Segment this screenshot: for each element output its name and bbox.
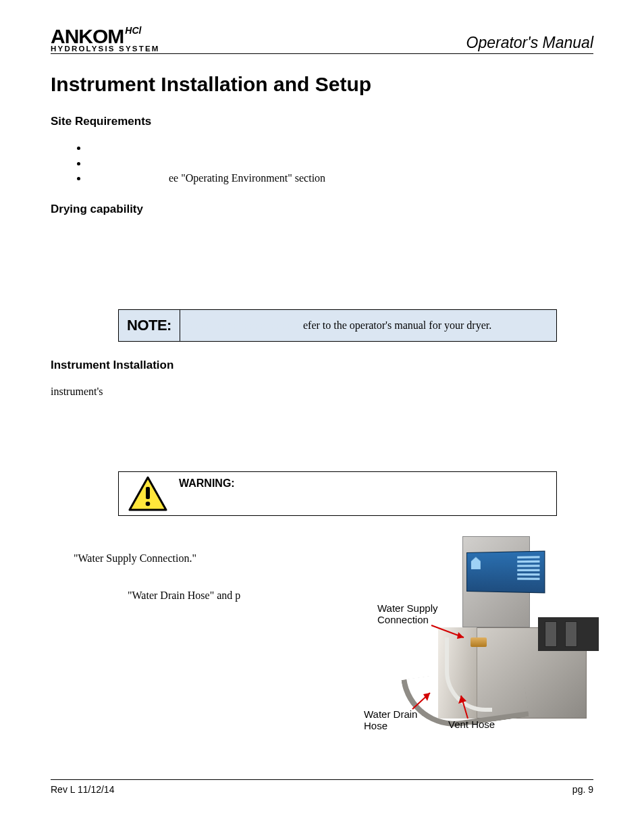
- svg-point-2: [145, 502, 150, 506]
- warning-label: WARNING:: [176, 472, 243, 515]
- footer-page-number: pg. 9: [572, 784, 593, 795]
- document-title: Operator's Manual: [466, 34, 593, 52]
- step-item: xxxx: [51, 625, 350, 654]
- arrow-supply: [431, 625, 472, 646]
- svg-rect-1: [146, 487, 150, 499]
- list-item: [88, 156, 593, 171]
- brand-logo: ANKOMHCl HYDROLYSIS SYSTEM: [51, 27, 160, 52]
- footer-revision: Rev L 11/12/14: [51, 784, 114, 795]
- page-header: ANKOMHCl HYDROLYSIS SYSTEM Operator's Ma…: [51, 27, 593, 54]
- site-requirements-list: xxxxxxxxxxxxxxxee "Operating Environment…: [51, 140, 593, 186]
- list-item: [88, 140, 593, 155]
- warning-triangle-icon: [128, 476, 167, 511]
- page-footer: Rev L 11/12/14 pg. 9: [51, 779, 593, 795]
- installation-steps-block: xxxxx "Water Supply Connection." xxxxxxx…: [51, 536, 593, 752]
- site-requirements-heading: Site Requirements: [51, 115, 593, 128]
- document-page: ANKOMHCl HYDROLYSIS SYSTEM Operator's Ma…: [0, 0, 644, 815]
- label-water-drain: Water Drain Hose: [364, 708, 417, 732]
- note-box: NOTE: xxxxxxxxxxxxxxxxxxxxxefer to the o…: [118, 309, 557, 342]
- instrument-figure: Water Supply Connection Water Drain Hose…: [364, 536, 593, 752]
- list-item: xxxxxxxxxxxxxxxee "Operating Environment…: [88, 171, 593, 186]
- steps-list: xxxxx "Water Supply Connection." xxxxxxx…: [51, 536, 350, 654]
- note-label: NOTE:: [119, 310, 180, 341]
- logo-wordmark: ANKOM: [51, 27, 124, 45]
- logo-superscript: HCl: [125, 25, 141, 36]
- install-intro: instrument's: [51, 384, 593, 399]
- drying-paragraph: [51, 228, 593, 289]
- install-heading: Instrument Installation: [51, 359, 593, 372]
- label-vent-hose: Vent Hose: [448, 719, 495, 730]
- step-item: xxxxxxxxxxxx xxxxxxxxxx"Water Drain Hose…: [51, 573, 350, 617]
- warning-box: WARNING:: [118, 471, 557, 516]
- label-water-supply: Water Supply Connection: [377, 602, 437, 626]
- drying-heading: Drying capability: [51, 203, 593, 216]
- note-body: xxxxxxxxxxxxxxxxxxxxxefer to the operato…: [180, 310, 556, 341]
- arrow-vent: [458, 693, 479, 720]
- steps-column: xxxxx "Water Supply Connection." xxxxxxx…: [51, 536, 350, 662]
- warning-body: [243, 472, 556, 515]
- svg-marker-6: [423, 693, 430, 701]
- section-title: Instrument Installation and Setup: [51, 73, 593, 96]
- warning-icon-cell: [119, 472, 176, 515]
- arrow-drain: [412, 690, 439, 710]
- step-item: xxxxx "Water Supply Connection.": [51, 536, 350, 565]
